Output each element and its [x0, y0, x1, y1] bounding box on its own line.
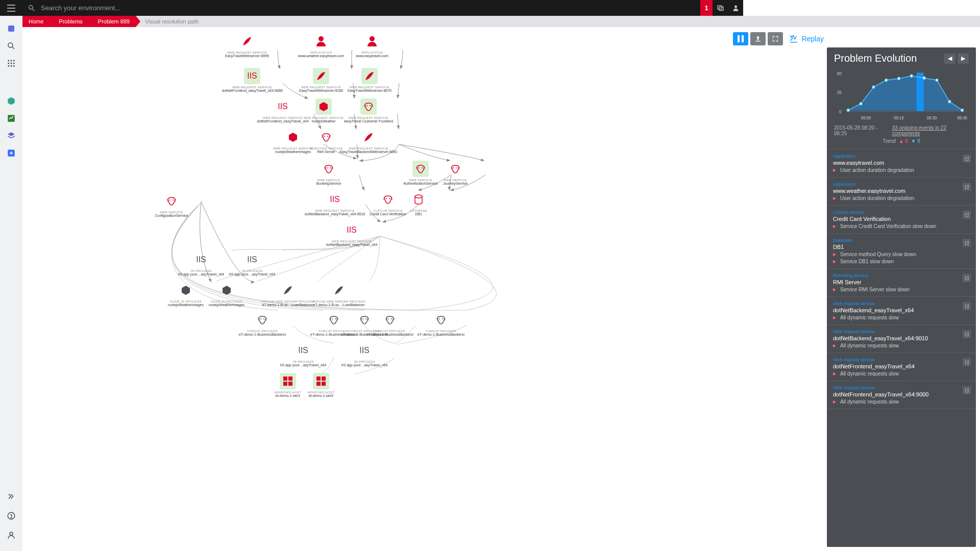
- svg-rect-6: [8, 26, 14, 32]
- node-name: DB1: [415, 212, 422, 216]
- iis-icon: [327, 191, 343, 208]
- tomcat-icon: [318, 129, 334, 145]
- node-name: EasyTravelWebserver:8079: [348, 89, 391, 92]
- feather-icon: [361, 68, 378, 84]
- pause-button[interactable]: [733, 32, 743, 45]
- topology-node[interactable]: WEB REQUEST SERVICEdotNetBackend_easyTra…: [304, 191, 365, 216]
- node-name: IIS app pool ...asyTravel_x64: [178, 272, 224, 276]
- iisk-icon: [356, 342, 373, 359]
- node-icon: [315, 98, 332, 115]
- topology-node[interactable]: WEB REQUEST SERVICEeasyTravel Customer F…: [338, 98, 399, 123]
- bc-problems[interactable]: Problems: [50, 16, 88, 27]
- rail-apps-icon[interactable]: [5, 57, 18, 70]
- iis-icon: [244, 68, 260, 84]
- feather-icon: [313, 68, 329, 84]
- svg-rect-4: [719, 7, 723, 11]
- tomcatk-icon: [433, 312, 449, 328]
- iisk-icon: [193, 252, 209, 268]
- windows-icon[interactable]: [713, 0, 728, 16]
- breadcrumb: Home Problems Problem 889 Visual resolut…: [22, 16, 743, 27]
- node-name: JourneyService: [443, 182, 468, 185]
- svg-line-8: [12, 47, 14, 49]
- topology-node[interactable]: WEB REQUEST SERVICEEasyTravelBackendWebs…: [338, 129, 399, 154]
- node-name: ConfigurationService: [155, 214, 188, 217]
- rail-search-icon[interactable]: [5, 39, 18, 53]
- topology-node[interactable]: WEB REQUEST SERVICEEasyTravelWebserver:8…: [216, 33, 278, 58]
- topology-node[interactable]: TOMCAT PROCESSeT-demo-1-BusinessBackend: [410, 312, 472, 336]
- topology-node[interactable]: WINDOWS HOSTet-demo-1-win2: [290, 373, 352, 397]
- nodek-icon: [178, 282, 194, 298]
- iisk-icon: [244, 252, 260, 268]
- featherk-icon: [331, 282, 347, 298]
- iis-icon: [275, 98, 291, 115]
- tomcat-icon: [447, 161, 463, 177]
- topology-node[interactable]: NODE.JS PROCESSnodejsWeatherImages: [196, 282, 257, 307]
- feather-icon: [239, 33, 255, 49]
- svg-point-13: [11, 63, 12, 64]
- topology-node[interactable]: WEB SERVICEBookingService: [298, 161, 359, 185]
- topology-node[interactable]: IIS PROCESSIIS app pool ...asyTravel_x64: [273, 342, 334, 367]
- user-icon: [364, 33, 380, 49]
- rail-plus-icon[interactable]: [5, 146, 18, 160]
- tomcat-icon: [163, 193, 180, 209]
- node-name: IIS app pool ...asyTravel_x64: [341, 363, 387, 367]
- tomcat-icon: [360, 98, 377, 115]
- rail-layers-icon[interactable]: [5, 129, 18, 142]
- svg-point-5: [734, 6, 737, 8]
- node-name: nodejsWeatherImages: [209, 303, 244, 307]
- db-icon: [410, 191, 427, 208]
- topology-node[interactable]: APACHE WEB SERVER PROCESSeT-demo-1-B:us.…: [308, 282, 370, 307]
- node-name: EasyTravelWebserver:8100: [299, 89, 343, 92]
- svg-rect-2: [7, 11, 15, 12]
- topology-canvas[interactable]: Replay: [22, 27, 743, 416]
- node-name: eT-demo-1-BusinessBackend: [418, 333, 464, 336]
- node-name: EasyTravelWebserver:8999: [225, 54, 269, 58]
- user-icon: [313, 33, 329, 49]
- svg-rect-1: [7, 8, 15, 9]
- topology-node[interactable]: IIS PROCESSIIS app pool ...asyTravel_x64: [222, 252, 283, 276]
- rail-cube-icon[interactable]: [5, 94, 18, 108]
- node-name: www.weather.easytravel.com: [298, 54, 344, 58]
- topology-node[interactable]: DATABASEDB1: [388, 191, 449, 216]
- topology-node[interactable]: IIS PROCESSIIS app pool ...asyTravel_x64: [334, 342, 395, 367]
- svg-point-16: [11, 65, 12, 67]
- app-header: 1: [0, 0, 743, 16]
- node-name: dotNetBackend_easyTravel_x64: [326, 243, 378, 246]
- node-name: IIS app pool ...asyTravel_x64: [229, 272, 275, 276]
- iis-icon: [344, 222, 360, 238]
- bc-current: Visual resolution path: [136, 16, 205, 27]
- svg-point-9: [8, 60, 9, 61]
- search-icon: [28, 4, 36, 12]
- topology-node[interactable]: WEB SERVICEJourneyService: [425, 161, 486, 185]
- topology-node[interactable]: WEB REQUEST SERVICEdotNetBackend_easyTra…: [321, 222, 382, 246]
- bc-home[interactable]: Home: [22, 16, 50, 27]
- node-name: easyTravel Customer Frontend: [344, 119, 393, 123]
- topology-node[interactable]: APPLICATIONwww.easytravel.com: [341, 33, 403, 58]
- node-name: eT-demo-1-B:us...:LoadBalancer: [262, 303, 313, 307]
- node-name: eT-demo-1-BusinessBackend: [239, 333, 286, 336]
- rail-stats-icon[interactable]: [5, 112, 18, 125]
- node-name: et-demo-1-win2: [309, 394, 334, 397]
- notification-badge[interactable]: 1: [700, 0, 713, 16]
- topology-node[interactable]: WEB REQUEST SERVICEEasyTravelWebserver:8…: [339, 68, 400, 92]
- node-name: nodejsWeather: [312, 119, 336, 123]
- iisk-icon: [295, 342, 311, 359]
- search-input[interactable]: [41, 4, 245, 12]
- hamburger-menu[interactable]: [0, 0, 22, 16]
- topology-node[interactable]: WEB SERVICEConfigurationService: [141, 193, 202, 217]
- svg-point-7: [8, 43, 13, 47]
- svg-rect-0: [7, 5, 15, 6]
- node-name: www.easytravel.com: [356, 54, 388, 58]
- nodek-icon: [218, 282, 235, 298]
- tomcatk-icon: [254, 312, 271, 328]
- feather-icon: [360, 129, 377, 145]
- user-icon[interactable]: [728, 0, 743, 16]
- featherk-icon: [280, 282, 296, 298]
- node-name: dotNetFrontend_easyTravel_x64:9000: [222, 89, 282, 92]
- bc-problem-id[interactable]: Problem 889: [89, 16, 136, 27]
- rail-dynatrace-icon[interactable]: [5, 22, 18, 35]
- svg-point-12: [8, 63, 9, 64]
- svg-rect-24: [742, 35, 743, 42]
- topology-node[interactable]: TOMCAT PROCESSeT-demo-1-BusinessBackend: [232, 312, 293, 336]
- topology-node[interactable]: WEB REQUEST SERVICEdotNetFrontend_easyTr…: [222, 68, 283, 92]
